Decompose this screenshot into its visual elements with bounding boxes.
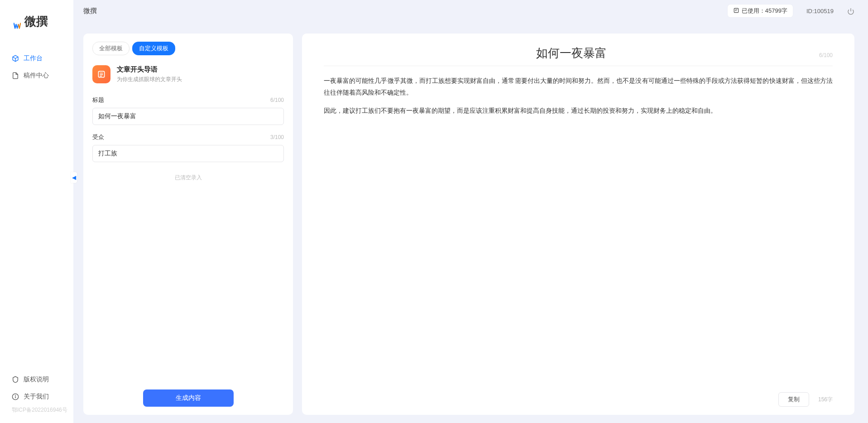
audience-input[interactable] <box>92 145 284 162</box>
result-body: 一夜暴富的可能性几乎微乎其微，而打工族想要实现财富自由，通常需要付出大量的时间和… <box>324 75 833 388</box>
result-title-count: 6/100 <box>819 52 833 58</box>
chevron-left-icon: ◀ <box>72 174 76 181</box>
sidebar-collapse-button[interactable]: ◀ <box>71 172 77 183</box>
result-footer: 复制 156字 <box>324 388 833 407</box>
input-panel: 全部模板 自定义模板 文章开头导语 为你生成抓眼球的文章开头 标题 6/1 <box>83 34 293 415</box>
tab-label: 全部模板 <box>99 45 123 52</box>
power-button[interactable] <box>847 7 854 14</box>
result-title: 如何一夜暴富 <box>324 45 819 66</box>
field-audience: 受众 3/100 <box>92 133 284 162</box>
power-icon <box>847 7 854 14</box>
template-icon <box>92 65 110 83</box>
title-input[interactable] <box>92 108 284 125</box>
result-paragraph: 因此，建议打工族们不要抱有一夜暴富的期望，而是应该注重积累财富和提高自身技能，通… <box>324 105 833 117</box>
sidebar-item-drafts[interactable]: 稿件中心 <box>0 67 73 84</box>
sidebar: 微撰 工作台 稿件中心 版权说明 关于我们 鄂ICP <box>0 0 73 423</box>
template-tabs: 全部模板 自定义模板 <box>92 42 284 55</box>
svg-point-2 <box>15 395 16 395</box>
sidebar-bottom: 版权说明 关于我们 鄂ICP备2022016946号 <box>0 371 73 423</box>
sidebar-item-label: 关于我们 <box>24 393 49 401</box>
cube-icon <box>12 55 19 62</box>
sidebar-item-about[interactable]: 关于我们 <box>0 388 73 405</box>
sidebar-item-label: 工作台 <box>24 54 43 62</box>
sidebar-item-workspace[interactable]: 工作台 <box>0 50 73 67</box>
brand-logo-icon <box>14 18 21 25</box>
clear-hint[interactable]: 已清空录入 <box>92 174 284 182</box>
sidebar-item-label: 稿件中心 <box>24 72 49 80</box>
user-id: ID:100519 <box>806 8 834 14</box>
usage-badge[interactable]: 已使用：45799字 <box>728 5 793 17</box>
result-title-row: 如何一夜暴富 6/100 <box>324 45 833 66</box>
template-description: 为你生成抓眼球的文章开头 <box>117 76 182 83</box>
field-title: 标题 6/100 <box>92 96 284 125</box>
result-paragraph: 一夜暴富的可能性几乎微乎其微，而打工族想要实现财富自由，通常需要付出大量的时间和… <box>324 75 833 99</box>
tab-custom-template[interactable]: 自定义模板 <box>132 42 175 55</box>
tab-all-templates[interactable]: 全部模板 <box>92 42 129 55</box>
result-char-count: 156字 <box>818 396 833 404</box>
main-area: 微撰 已使用：45799字 ID:100519 全部模板 <box>73 0 868 423</box>
topbar-right: 已使用：45799字 ID:100519 <box>728 5 854 17</box>
shield-icon <box>12 376 19 383</box>
document-icon <box>12 72 19 79</box>
title-divider <box>324 66 833 66</box>
result-panel: 如何一夜暴富 6/100 一夜暴富的可能性几乎微乎其微，而打工族想要实现财富自由… <box>302 34 854 415</box>
app-title: 微撰 <box>83 7 97 15</box>
field-audience-label: 受众 <box>92 133 104 141</box>
copy-button[interactable]: 复制 <box>778 392 809 407</box>
topbar: 微撰 已使用：45799字 ID:100519 <box>73 0 868 22</box>
text-icon <box>733 7 739 15</box>
sidebar-nav: 工作台 稿件中心 <box>0 41 73 84</box>
content-row: 全部模板 自定义模板 文章开头导语 为你生成抓眼球的文章开头 标题 6/1 <box>73 22 868 423</box>
field-title-count: 6/100 <box>270 97 284 103</box>
usage-text: 已使用：45799字 <box>742 7 787 15</box>
brand-name: 微撰 <box>24 14 48 29</box>
sidebar-item-label: 版权说明 <box>24 375 49 384</box>
field-title-label: 标题 <box>92 96 104 104</box>
tab-label: 自定义模板 <box>139 45 168 52</box>
icp-text: 鄂ICP备2022016946号 <box>0 405 73 418</box>
template-title: 文章开头导语 <box>117 65 182 74</box>
sidebar-item-copyright[interactable]: 版权说明 <box>0 371 73 388</box>
copy-button-label: 复制 <box>788 396 800 403</box>
generate-button-label: 生成内容 <box>176 394 201 401</box>
template-header: 文章开头导语 为你生成抓眼球的文章开头 <box>92 65 284 83</box>
brand-logo: 微撰 <box>0 0 73 41</box>
generate-button[interactable]: 生成内容 <box>143 389 234 407</box>
field-audience-count: 3/100 <box>270 134 284 140</box>
info-icon <box>12 393 19 400</box>
template-meta: 文章开头导语 为你生成抓眼球的文章开头 <box>117 65 182 83</box>
